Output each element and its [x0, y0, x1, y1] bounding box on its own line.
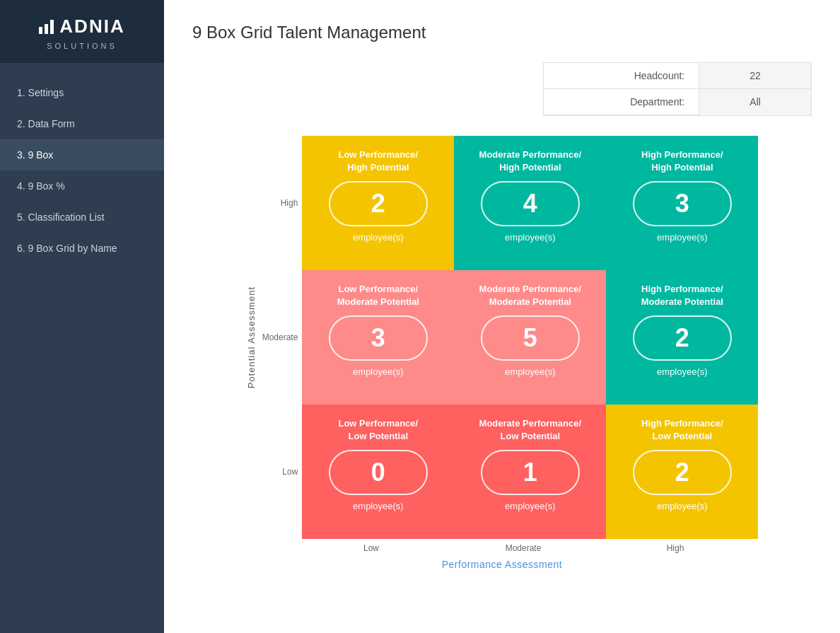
cell-count-box: 0 [329, 450, 428, 495]
cell-employees-label: employee(s) [353, 501, 404, 511]
cell-count-box: 4 [481, 181, 580, 226]
cell-title: Moderate Performance/Moderate Potential [479, 283, 582, 308]
grid-wrapper: Potential Assessment High Moderate Low L… [192, 136, 812, 570]
cell-count-box: 2 [633, 315, 732, 361]
cell-title: High Performance/Low Potential [641, 417, 723, 443]
department-label: Department: [544, 89, 699, 115]
grid-cell-r0-c2[interactable]: High Performance/High Potential 3 employ… [606, 136, 758, 270]
grid-cell-r1-c0[interactable]: Low Performance/Moderate Potential 3 emp… [302, 270, 454, 405]
nav-menu: 1. Settings 2. Data Form 3. 9 Box 4. 9 B… [0, 77, 164, 264]
logo-subtext: SOLUTIONS [47, 42, 117, 50]
cell-count: 2 [675, 458, 689, 487]
cell-employees-label: employee(s) [505, 501, 556, 511]
y-tick-moderate: Moderate [262, 332, 298, 342]
grid-cell-r2-c0[interactable]: Low Performance/Low Potential 0 employee… [302, 405, 454, 539]
cell-count: 3 [371, 323, 385, 353]
grid-cell-r2-c2[interactable]: High Performance/Low Potential 2 employe… [606, 405, 758, 539]
cell-count-box: 2 [633, 450, 732, 495]
cell-title: Low Performance/Low Potential [338, 417, 418, 443]
cell-count-box: 3 [329, 315, 428, 361]
cell-count: 4 [523, 189, 537, 219]
grid-cell-r1-c1[interactable]: Moderate Performance/Moderate Potential … [454, 270, 606, 405]
cell-count: 2 [371, 189, 385, 219]
cell-title: Moderate Performance/Low Potential [479, 417, 582, 443]
headcount-value: 22 [699, 63, 811, 89]
y-ticks: High Moderate Low [262, 136, 298, 539]
x-tick-moderate: Moderate [448, 543, 600, 553]
cell-employees-label: employee(s) [657, 232, 708, 243]
y-tick-high: High [262, 198, 298, 208]
cell-count: 5 [523, 323, 537, 353]
cell-count-box: 5 [481, 315, 580, 361]
department-value: All [699, 89, 811, 115]
cell-employees-label: employee(s) [657, 366, 708, 377]
main-content: 9 Box Grid Talent Management Headcount: … [164, 0, 840, 633]
y-axis-label: Potential Assessment [246, 286, 257, 388]
cell-title: Low Performance/Moderate Potential [337, 283, 419, 308]
grid-cell-r2-c1[interactable]: Moderate Performance/Low Potential 1 emp… [454, 405, 606, 539]
cell-title: High Performance/High Potential [641, 149, 723, 174]
sidebar-item-settings[interactable]: 1. Settings [0, 77, 164, 108]
cell-title: Low Performance/High Potential [338, 149, 418, 174]
headcount-label: Headcount: [544, 63, 699, 89]
sidebar-item-data-form[interactable]: 2. Data Form [0, 108, 164, 139]
cell-employees-label: employee(s) [657, 501, 708, 511]
logo-bars [39, 20, 54, 34]
cell-count-box: 3 [633, 181, 732, 226]
cell-count: 0 [371, 458, 385, 487]
sidebar-item-classification-list[interactable]: 5. Classification List [0, 202, 164, 233]
cell-title: Moderate Performance/High Potential [479, 149, 582, 174]
sidebar-item-9box-grid-name[interactable]: 6. 9 Box Grid by Name [0, 233, 164, 264]
cell-count: 1 [523, 458, 537, 487]
sidebar: ADNIA SOLUTIONS 1. Settings 2. Data Form… [0, 0, 164, 633]
cell-count-box: 2 [329, 181, 428, 226]
sidebar-item-9box[interactable]: 3. 9 Box [0, 139, 164, 170]
logo-bar-mid [50, 20, 54, 34]
x-ticks: Low Moderate High [296, 543, 752, 553]
logo-icon: ADNIA [39, 16, 124, 37]
y-tick-low: Low [262, 467, 298, 477]
page-title: 9 Box Grid Talent Management [192, 23, 812, 42]
cell-employees-label: employee(s) [353, 366, 404, 377]
cell-employees-label: employee(s) [353, 232, 404, 243]
logo-bar-short [39, 27, 42, 34]
logo-area: ADNIA SOLUTIONS [0, 0, 164, 63]
cell-count: 2 [675, 323, 689, 353]
x-tick-high: High [600, 543, 752, 553]
grid-cell-r0-c0[interactable]: Low Performance/High Potential 2 employe… [302, 136, 454, 270]
grid-outer: Potential Assessment High Moderate Low L… [246, 136, 759, 539]
cell-employees-label: employee(s) [505, 232, 556, 243]
cell-title: High Performance/Moderate Potential [641, 283, 723, 308]
sidebar-item-9box-pct[interactable]: 4. 9 Box % [0, 170, 164, 202]
grid-cells: Low Performance/High Potential 2 employe… [302, 136, 758, 539]
x-axis-label: Performance Assessment [442, 559, 563, 570]
x-tick-low: Low [296, 543, 448, 553]
logo-bar-tall [45, 24, 48, 34]
info-table: Headcount: 22 Department: All [543, 62, 812, 116]
cell-count: 3 [675, 189, 689, 219]
grid-cell-r1-c2[interactable]: High Performance/Moderate Potential 2 em… [606, 270, 758, 405]
grid-cell-r0-c1[interactable]: Moderate Performance/High Potential 4 em… [454, 136, 606, 270]
cell-count-box: 1 [481, 450, 580, 495]
logo-text: ADNIA [59, 16, 124, 37]
cell-employees-label: employee(s) [505, 366, 556, 377]
